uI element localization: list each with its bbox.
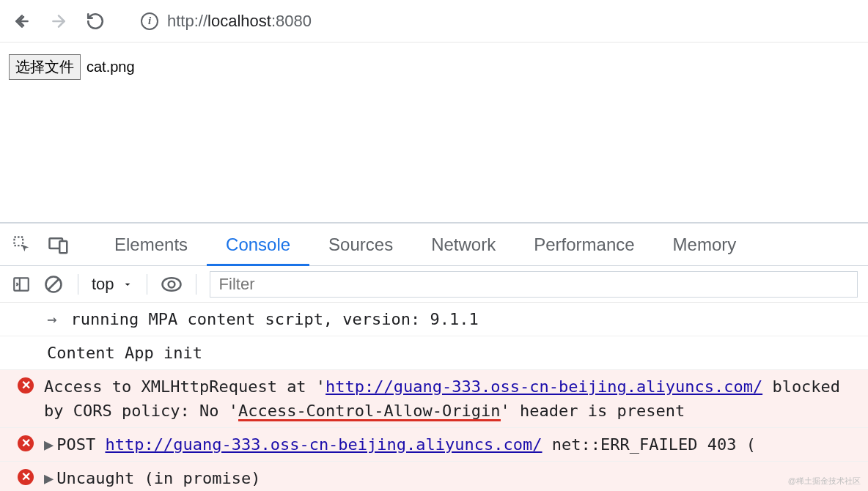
address-bar[interactable]: i http://localhost:8080 [141,12,858,31]
highlighted-header: Access-Control-Allow-Origin [238,402,501,420]
device-toolbar-icon[interactable] [45,232,72,258]
console-error-row: ✕ Access to XMLHttpRequest at 'http://gu… [0,370,868,428]
console-toolbar: top [0,266,868,303]
context-selector[interactable]: top [92,275,133,294]
error-icon: ✕ [18,377,34,394]
filter-input[interactable] [210,271,858,298]
svg-point-10 [168,281,174,287]
clear-console-icon[interactable] [43,273,65,295]
browser-toolbar: i http://localhost:8080 [0,0,868,43]
log-text: Content App init [18,341,855,365]
page-content: 选择文件 cat.png [0,43,868,222]
separator [78,274,78,295]
separator [196,274,196,295]
devtools-panel: Elements Console Sources Network Perform… [0,222,868,491]
tab-sources[interactable]: Sources [309,224,412,266]
forward-button[interactable] [47,10,70,33]
svg-rect-6 [14,278,29,290]
expand-icon[interactable]: ▶ [44,469,54,487]
url-text: http://localhost:8080 [167,12,312,31]
console-error-row: ✕ ▶Uncaught (in promise) [0,462,868,491]
reload-button[interactable] [84,10,107,33]
inspect-element-icon[interactable] [9,232,35,258]
error-link[interactable]: http://guang-333.oss-cn-beijing.aliyuncs… [105,435,542,454]
site-info-icon[interactable]: i [141,12,158,30]
tab-console[interactable]: Console [207,224,309,266]
selected-file-name: cat.png [87,59,135,75]
tab-network[interactable]: Network [412,224,515,266]
console-messages: → running MPA content script, version: 9… [0,303,868,491]
tab-performance[interactable]: Performance [515,224,653,266]
expand-icon[interactable]: ▶ [44,435,54,454]
watermark: @稀土掘金技术社区 [788,476,861,487]
live-expression-icon[interactable] [161,273,183,295]
back-button[interactable] [10,10,34,33]
tab-memory[interactable]: Memory [654,224,756,266]
tab-elements[interactable]: Elements [95,224,207,266]
error-text: Access to XMLHttpRequest at 'http://guan… [44,374,855,423]
error-text: ▶POST http://guang-333.oss-cn-beijing.al… [44,432,855,457]
chevron-down-icon [122,278,133,290]
file-input[interactable]: 选择文件 cat.png [9,54,135,80]
error-text: ▶Uncaught (in promise) [44,466,855,490]
console-log-row: Content App init [0,336,868,370]
log-text: → running MPA content script, version: 9… [18,307,855,331]
separator [147,274,147,295]
devtools-tabs: Elements Console Sources Network Perform… [0,224,868,266]
svg-line-9 [48,279,59,289]
console-log-row: → running MPA content script, version: 9… [0,303,868,336]
error-icon: ✕ [18,469,34,485]
svg-rect-3 [15,237,23,246]
console-error-row: ✕ ▶POST http://guang-333.oss-cn-beijing.… [0,428,868,462]
toggle-sidebar-icon[interactable] [10,273,32,295]
svg-rect-5 [59,241,67,253]
choose-file-button[interactable]: 选择文件 [9,54,81,80]
error-icon: ✕ [18,435,34,451]
error-link[interactable]: http://guang-333.oss-cn-beijing.aliyuncs… [326,377,762,396]
